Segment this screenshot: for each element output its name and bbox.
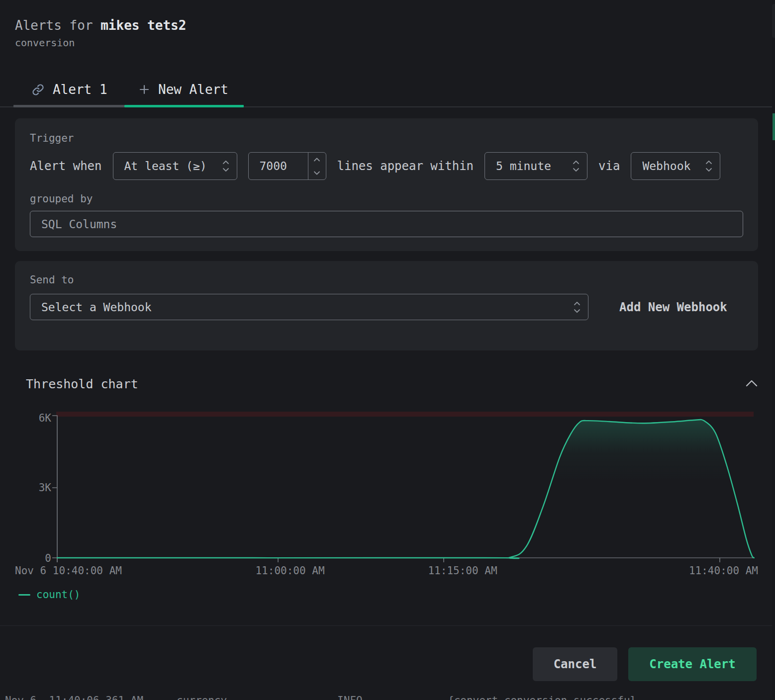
channel-select[interactable]: Webhook bbox=[631, 152, 720, 180]
comparison-select[interactable]: At least (≥) bbox=[113, 152, 237, 180]
threshold-chart-title: Threshold chart bbox=[26, 377, 138, 391]
tab-new-alert-underline bbox=[124, 105, 244, 107]
log-level: INFO bbox=[337, 695, 363, 700]
legend-line-swatch bbox=[18, 594, 30, 596]
window-select[interactable]: 5 minute bbox=[484, 152, 587, 180]
chevron-up-icon bbox=[745, 379, 758, 387]
x-tick-label-1115: 11:15:00 AM bbox=[428, 565, 497, 577]
x-tick-label-1100: 11:00:00 AM bbox=[255, 565, 324, 577]
right-edge-green-sliver bbox=[773, 113, 775, 140]
channel-select-value: Webhook bbox=[642, 160, 690, 173]
log-message: {convert conversion successful bbox=[448, 695, 636, 700]
window-select-value: 5 minute bbox=[496, 160, 551, 173]
lines-appear-label: lines appear within bbox=[337, 159, 474, 173]
x-tick-label-1140: 11:40:00 AM bbox=[689, 565, 758, 577]
y-axis bbox=[52, 416, 57, 562]
link-icon bbox=[31, 83, 45, 96]
page-title-prefix: Alerts for bbox=[15, 18, 100, 33]
grouped-by-placeholder: SQL Columns bbox=[41, 218, 117, 231]
dataset-name: mikes tets2 bbox=[100, 18, 186, 33]
stepper-down-button[interactable] bbox=[308, 166, 326, 179]
trigger-section-label: Trigger bbox=[30, 132, 743, 144]
add-new-webhook-button[interactable]: Add New Webhook bbox=[619, 300, 727, 314]
stepper-up-button[interactable] bbox=[308, 153, 326, 166]
tab-alert-1[interactable]: Alert 1 bbox=[31, 79, 107, 100]
right-edge-strip bbox=[772, 0, 775, 700]
chevrons-updown-icon bbox=[573, 301, 581, 314]
series-area-fill bbox=[57, 420, 754, 558]
x-axis-ticks bbox=[57, 558, 720, 562]
log-service: currency bbox=[177, 695, 227, 700]
chevrons-updown-icon bbox=[572, 160, 580, 173]
create-alert-button[interactable]: Create Alert bbox=[628, 647, 757, 681]
alert-when-label: Alert when bbox=[30, 159, 102, 173]
tab-alert-1-label: Alert 1 bbox=[53, 82, 107, 97]
y-tick-label-3k: 3K bbox=[15, 482, 51, 494]
webhook-select[interactable]: Select a Webhook bbox=[30, 294, 588, 320]
comparison-select-value: At least (≥) bbox=[124, 160, 207, 173]
x-tick-label-start: Nov 6 10:40:00 AM bbox=[15, 565, 122, 577]
threshold-input[interactable]: 7000 bbox=[248, 152, 326, 180]
chart-legend: count() bbox=[18, 589, 81, 601]
chevron-down-icon bbox=[313, 171, 320, 175]
threshold-chart bbox=[0, 403, 775, 587]
send-to-section: Send to Select a Webhook Add New Webhook bbox=[15, 261, 758, 350]
cancel-button[interactable]: Cancel bbox=[533, 647, 617, 681]
collapse-chart-button[interactable] bbox=[743, 376, 760, 391]
via-label: via bbox=[598, 159, 620, 173]
y-tick-label-6k: 6K bbox=[15, 412, 51, 424]
background-log-row: Nov 6, 11:40:06.361 AM currency INFO {co… bbox=[0, 693, 775, 700]
dataset-subtitle: conversion bbox=[15, 37, 75, 49]
chevrons-updown-icon bbox=[705, 160, 713, 173]
log-timestamp: Nov 6, 11:40:06.361 AM bbox=[5, 695, 143, 700]
threshold-stepper bbox=[308, 153, 326, 179]
tab-alert-1-underline bbox=[13, 105, 124, 107]
y-tick-label-0: 0 bbox=[15, 552, 51, 564]
threshold-value: 7000 bbox=[249, 153, 308, 179]
legend-series-label: count() bbox=[36, 589, 81, 601]
tab-new-alert[interactable]: New Alert bbox=[138, 79, 228, 100]
plus-icon bbox=[138, 84, 150, 95]
right-edge-card-sliver bbox=[772, 4, 775, 38]
tab-new-alert-label: New Alert bbox=[158, 82, 228, 97]
webhook-select-placeholder: Select a Webhook bbox=[41, 301, 152, 314]
footer-divider bbox=[0, 625, 775, 626]
threshold-band bbox=[56, 412, 754, 417]
trigger-section: Trigger Alert when At least (≥) 7000 bbox=[15, 118, 758, 251]
send-to-label: Send to bbox=[30, 274, 743, 286]
grouped-by-input[interactable]: SQL Columns bbox=[30, 211, 743, 237]
grouped-by-label: grouped by bbox=[30, 193, 743, 205]
chevron-up-icon bbox=[313, 157, 320, 162]
page-title: Alerts for mikes tets2 bbox=[15, 18, 186, 33]
alert-editor-panel: Alerts for mikes tets2 conversion Alert … bbox=[0, 0, 775, 700]
chevrons-updown-icon bbox=[222, 160, 230, 173]
